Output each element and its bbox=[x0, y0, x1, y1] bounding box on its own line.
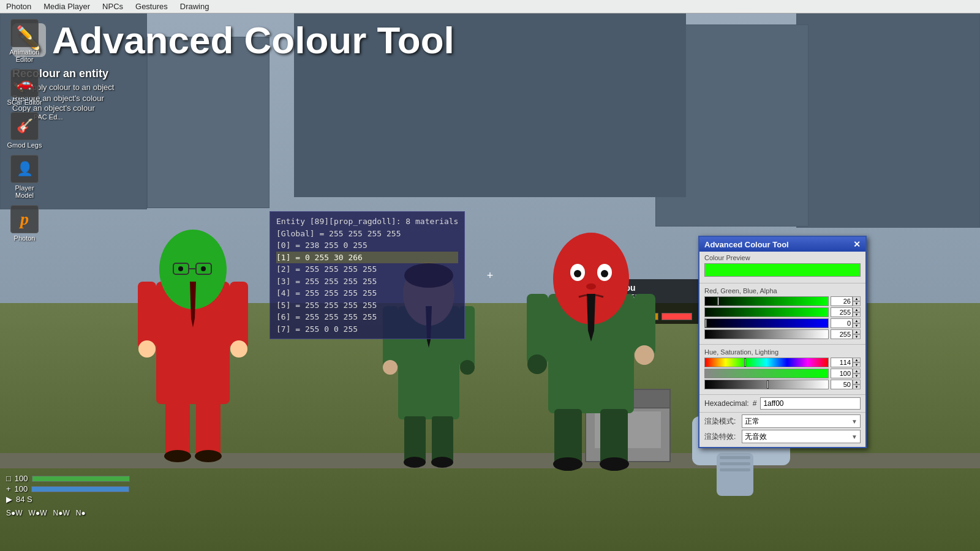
act-b-up[interactable]: ▲ bbox=[853, 318, 861, 323]
act-b-input[interactable] bbox=[831, 318, 853, 328]
act-b-down[interactable]: ▼ bbox=[853, 323, 861, 328]
status-item-4: N● bbox=[76, 509, 86, 517]
act-g-row: ▲ ▼ bbox=[704, 307, 861, 317]
act-effect-select[interactable]: 无音效 ▼ bbox=[742, 430, 861, 443]
left-toolbar: ✏️ Animation Editor 🚗 SCar Editor 🎸 Gmod… bbox=[0, 13, 49, 244]
svg-point-32 bbox=[574, 270, 581, 277]
svg-point-22 bbox=[404, 457, 426, 468]
hud-health-bar-bg bbox=[32, 476, 130, 482]
entity-info-panel: Entity [89][prop_ragdoll]: 8 materials [… bbox=[270, 211, 465, 339]
player-model-label: Player Model bbox=[6, 184, 43, 199]
act-g-input[interactable] bbox=[831, 307, 853, 317]
act-r-up[interactable]: ▲ bbox=[853, 296, 861, 301]
building-right bbox=[796, 13, 980, 228]
svg-rect-21 bbox=[432, 416, 453, 462]
act-hex-input[interactable] bbox=[760, 397, 861, 410]
act-lit-row: ▲ ▼ bbox=[704, 380, 861, 389]
tool-scar-editor[interactable]: 🚗 SCar Editor bbox=[3, 67, 46, 108]
act-close-button[interactable]: ✕ bbox=[853, 239, 861, 249]
svg-rect-49 bbox=[720, 462, 750, 465]
menu-photon[interactable]: Photon bbox=[0, 1, 37, 12]
act-sat-up[interactable]: ▲ bbox=[853, 369, 861, 373]
act-blend-label: 渲染模式: bbox=[704, 416, 738, 427]
act-r-thumb bbox=[717, 297, 719, 305]
act-divider-2 bbox=[699, 344, 865, 345]
act-g-buttons: ▲ ▼ bbox=[853, 307, 861, 317]
menu-drawing[interactable]: Drawing bbox=[174, 1, 216, 12]
act-hue-up[interactable]: ▲ bbox=[853, 358, 861, 362]
menu-gestures[interactable]: Gestures bbox=[129, 1, 174, 12]
act-a-down[interactable]: ▼ bbox=[853, 334, 861, 339]
title-overlay: ✏️ Advanced Colour Tool bbox=[12, 18, 454, 62]
act-sat-slider[interactable] bbox=[704, 369, 829, 378]
act-sat-down[interactable]: ▼ bbox=[853, 373, 861, 378]
act-hex-hash: # bbox=[753, 399, 757, 408]
act-a-up[interactable]: ▲ bbox=[853, 329, 861, 334]
act-r-buttons: ▲ ▼ bbox=[853, 296, 861, 306]
act-divider-4 bbox=[699, 412, 865, 413]
svg-rect-37 bbox=[600, 409, 628, 464]
act-g-slider[interactable] bbox=[704, 307, 829, 317]
svg-rect-36 bbox=[554, 409, 582, 464]
act-r-slider[interactable] bbox=[704, 296, 829, 306]
act-hex-label: Hexadecimal: bbox=[704, 399, 749, 408]
hud-armor-bar-fill bbox=[32, 487, 129, 492]
act-lit-up[interactable]: ▲ bbox=[853, 380, 861, 384]
svg-point-26 bbox=[383, 360, 398, 375]
act-lit-down[interactable]: ▼ bbox=[853, 384, 861, 389]
hud-armor-value: 100 bbox=[15, 484, 28, 493]
act-g-down[interactable]: ▼ bbox=[853, 312, 861, 317]
act-hue-buttons: ▲ ▼ bbox=[853, 358, 861, 367]
act-r-input[interactable] bbox=[831, 296, 853, 306]
act-lit-buttons: ▲ ▼ bbox=[853, 380, 861, 389]
act-sat-input[interactable] bbox=[831, 369, 853, 378]
act-a-slider[interactable] bbox=[704, 329, 829, 339]
hud-speed-icon: ▶ bbox=[6, 495, 12, 504]
player-model-icon: 👤 bbox=[10, 155, 39, 183]
tool-photon[interactable]: p Photon bbox=[3, 203, 46, 244]
svg-point-23 bbox=[431, 457, 453, 468]
menu-npcs[interactable]: NPCs bbox=[96, 1, 129, 12]
act-effect-label: 渲染特效: bbox=[704, 432, 738, 442]
act-rgba-label: Red, Green, Blue, Alpha bbox=[704, 287, 861, 294]
act-blend-select[interactable]: 正常 ▼ bbox=[742, 414, 861, 428]
act-lit-input[interactable] bbox=[831, 380, 853, 389]
animation-editor-label: Animation Editor bbox=[6, 48, 43, 63]
character-red bbox=[132, 208, 254, 465]
building-center-left bbox=[147, 37, 270, 208]
act-hex-row: Hexadecimal: # bbox=[704, 397, 861, 410]
entity-slot-0: [0] = 238 255 0 255 bbox=[276, 239, 458, 252]
act-b-thumb bbox=[705, 319, 707, 328]
tool-gmod-legs[interactable]: 🎸 Gmod Legs bbox=[3, 110, 46, 151]
entity-slot-5: [5] = 255 255 255 255 bbox=[276, 299, 458, 312]
act-a-buttons: ▲ ▼ bbox=[853, 329, 861, 339]
act-g-up[interactable]: ▲ bbox=[853, 307, 861, 312]
act-divider-1 bbox=[699, 283, 865, 283]
act-a-input[interactable] bbox=[831, 329, 853, 339]
svg-point-15 bbox=[230, 340, 247, 358]
act-blend-row: 渲染模式: 正常 ▼ bbox=[704, 414, 861, 428]
act-r-down[interactable]: ▼ bbox=[853, 301, 861, 306]
act-lit-slider[interactable] bbox=[704, 380, 829, 389]
entity-slot-7: [7] = 255 0 0 255 bbox=[276, 323, 458, 335]
act-sat-thumb bbox=[828, 369, 829, 378]
act-titlebar[interactable]: Advanced Colour Tool ✕ bbox=[699, 237, 865, 252]
tool-player-model[interactable]: 👤 Player Model bbox=[3, 152, 46, 201]
act-sat-row: ▲ ▼ bbox=[704, 369, 861, 378]
svg-rect-12 bbox=[138, 282, 156, 349]
act-b-row: ▲ ▼ bbox=[704, 318, 861, 328]
act-hue-slider[interactable] bbox=[704, 358, 829, 367]
act-hue-down[interactable]: ▼ bbox=[853, 362, 861, 367]
animation-editor-icon: ✏️ bbox=[10, 19, 39, 47]
hud-armor-row: + 100 bbox=[6, 484, 130, 493]
act-hue-input[interactable] bbox=[831, 358, 853, 367]
act-effect-arrow: ▼ bbox=[851, 433, 858, 440]
menu-mediaplayer[interactable]: Media Player bbox=[37, 1, 96, 12]
act-blend-arrow: ▼ bbox=[851, 418, 858, 425]
act-hue-spinbox: ▲ ▼ bbox=[831, 358, 861, 367]
act-b-slider[interactable] bbox=[704, 318, 829, 328]
act-r-spinbox: ▲ ▼ bbox=[831, 296, 861, 306]
entity-slot-3: [3] = 255 255 255 255 bbox=[276, 276, 458, 288]
act-g-spinbox: ▲ ▼ bbox=[831, 307, 861, 317]
tool-animation-editor[interactable]: ✏️ Animation Editor bbox=[3, 17, 46, 66]
